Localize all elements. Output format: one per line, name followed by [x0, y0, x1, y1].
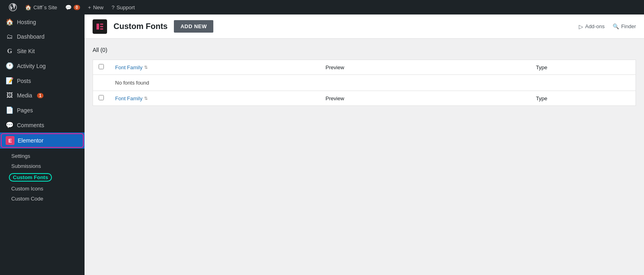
new-label: New	[93, 4, 103, 10]
custom-icons-label: Custom Icons	[11, 186, 43, 192]
select-all-cell	[93, 60, 110, 75]
comments-count: 0	[74, 5, 80, 10]
sidebar-item-label: Comments	[17, 122, 44, 128]
elementor-icon: E	[6, 136, 14, 145]
sidebar-item-sitekit[interactable]: G Site Kit	[0, 44, 85, 58]
pages-icon: 📄	[6, 106, 14, 114]
sidebar-item-label: Posts	[17, 78, 31, 84]
finder-label: Finder	[621, 23, 636, 29]
new-item[interactable]: + New	[84, 0, 108, 14]
sidebar-item-label: Activity Log	[17, 63, 46, 69]
no-fonts-checkbox-cell	[93, 75, 110, 91]
elementor-submenu: Settings Submissions Custom Fonts Custom…	[0, 149, 85, 206]
site-name: Cliff`s Site	[33, 4, 57, 10]
sidebar-sub-submissions[interactable]: Submissions	[6, 161, 85, 171]
home-icon: 🏠	[25, 4, 31, 10]
footer-font-family-col-label: Font Family	[115, 95, 142, 101]
sidebar-item-hosting[interactable]: 🏠 Hosting	[0, 14, 85, 29]
preview-col-label: Preview	[326, 64, 344, 70]
custom-fonts-circle-label: Custom Fonts	[9, 173, 52, 182]
wp-logo-item[interactable]	[5, 0, 21, 14]
content-area: Custom Fonts ADD NEW ▷ Add-ons 🔍 Finder …	[85, 14, 644, 275]
plus-icon: +	[88, 4, 91, 10]
admin-bar: 🏠 Cliff`s Site 💬 0 + New ? Support	[0, 0, 644, 14]
page-title: Custom Fonts	[114, 22, 167, 31]
wp-logo-icon	[9, 3, 17, 11]
footer-select-all-cell	[93, 91, 110, 106]
addons-arrow-icon: ▷	[579, 23, 583, 30]
svg-rect-0	[97, 23, 99, 29]
sidebar-item-comments[interactable]: 💬 Comments	[0, 118, 85, 132]
header-right-actions: ▷ Add-ons 🔍 Finder	[579, 23, 636, 30]
filter-all-label: All	[93, 47, 99, 53]
type-col-label: Type	[536, 64, 547, 70]
filter-count: (0)	[100, 47, 107, 53]
table-footer-row: Font Family ⇅ Preview Type	[93, 91, 636, 106]
th-preview: Preview	[320, 60, 530, 75]
footer-font-family-sort-link[interactable]: Font Family ⇅	[115, 95, 314, 101]
sidebar-item-label: Pages	[17, 107, 33, 114]
sidebar-item-label: Hosting	[17, 19, 36, 25]
svg-rect-1	[100, 23, 103, 25]
footer-preview-col-label: Preview	[326, 95, 344, 101]
support-item[interactable]: ? Support	[107, 0, 139, 14]
sort-icon: ⇅	[144, 65, 148, 70]
th-type: Type	[530, 60, 636, 75]
no-fonts-message: No fonts found	[109, 75, 636, 91]
sitekit-icon: G	[6, 48, 14, 55]
fonts-table: Font Family ⇅ Preview Type	[93, 60, 636, 106]
sidebar: 🏠 Hosting 🗂 Dashboard G Site Kit 🕐 Activ…	[0, 14, 85, 275]
footer-type-col-label: Type	[536, 95, 547, 101]
hosting-icon: 🏠	[6, 18, 14, 26]
th-footer-type: Type	[530, 91, 636, 106]
custom-code-label: Custom Code	[11, 196, 43, 202]
filter-row: All (0)	[93, 47, 636, 53]
table-header-row: Font Family ⇅ Preview Type	[93, 60, 636, 75]
sidebar-item-label: Site Kit	[17, 48, 35, 54]
svg-rect-2	[100, 26, 103, 27]
sidebar-sub-settings[interactable]: Settings	[6, 151, 85, 161]
addons-link[interactable]: ▷ Add-ons	[579, 23, 605, 30]
sidebar-item-label: Dashboard	[17, 33, 45, 40]
activitylog-icon: 🕐	[6, 62, 14, 70]
media-icon: 🖼	[6, 92, 14, 99]
sidebar-item-activitylog[interactable]: 🕐 Activity Log	[0, 58, 85, 73]
filter-all-link[interactable]: All (0)	[93, 47, 107, 53]
sidebar-sub-custom-fonts[interactable]: Custom Fonts	[6, 171, 85, 184]
sidebar-item-posts[interactable]: 📝 Posts	[0, 73, 85, 88]
footer-sort-icon: ⇅	[144, 96, 148, 101]
add-new-button[interactable]: ADD NEW	[174, 20, 213, 33]
site-name-item[interactable]: 🏠 Cliff`s Site	[21, 0, 61, 14]
content-header: Custom Fonts ADD NEW ▷ Add-ons 🔍 Finder	[85, 14, 644, 39]
submissions-label: Submissions	[11, 163, 41, 169]
sidebar-item-media[interactable]: 🖼 Media 1	[0, 88, 85, 103]
sidebar-item-elementor[interactable]: E Elementor	[0, 132, 85, 149]
content-body: All (0) Font Family ⇅	[85, 39, 644, 275]
comments-sidebar-icon: 💬	[6, 121, 14, 129]
support-label: Support	[116, 4, 135, 10]
main-layout: 🏠 Hosting 🗂 Dashboard G Site Kit 🕐 Activ…	[0, 14, 644, 275]
footer-select-all-checkbox[interactable]	[99, 95, 104, 100]
no-fonts-row: No fonts found	[93, 75, 636, 91]
th-font-family: Font Family ⇅	[109, 60, 320, 75]
elementor-page-icon	[93, 19, 107, 34]
comments-icon: 💬	[65, 4, 72, 10]
settings-label: Settings	[11, 153, 30, 159]
comments-item[interactable]: 💬 0	[61, 0, 84, 14]
sidebar-item-label: Media	[17, 92, 32, 99]
sidebar-item-pages[interactable]: 📄 Pages	[0, 103, 85, 118]
font-family-sort-link[interactable]: Font Family ⇅	[115, 64, 314, 70]
dashboard-icon: 🗂	[6, 33, 14, 40]
select-all-checkbox[interactable]	[99, 64, 104, 69]
sidebar-item-dashboard[interactable]: 🗂 Dashboard	[0, 29, 85, 44]
svg-rect-3	[100, 28, 103, 29]
addons-label: Add-ons	[585, 23, 605, 29]
th-footer-preview: Preview	[320, 91, 530, 106]
sidebar-item-label: Elementor	[18, 137, 43, 144]
sidebar-sub-custom-code[interactable]: Custom Code	[6, 194, 85, 204]
finder-link[interactable]: 🔍 Finder	[613, 23, 636, 29]
sidebar-sub-custom-icons[interactable]: Custom Icons	[6, 184, 85, 194]
elementor-e-icon	[95, 22, 104, 31]
font-family-col-label: Font Family	[115, 64, 142, 70]
question-icon: ?	[111, 4, 114, 10]
